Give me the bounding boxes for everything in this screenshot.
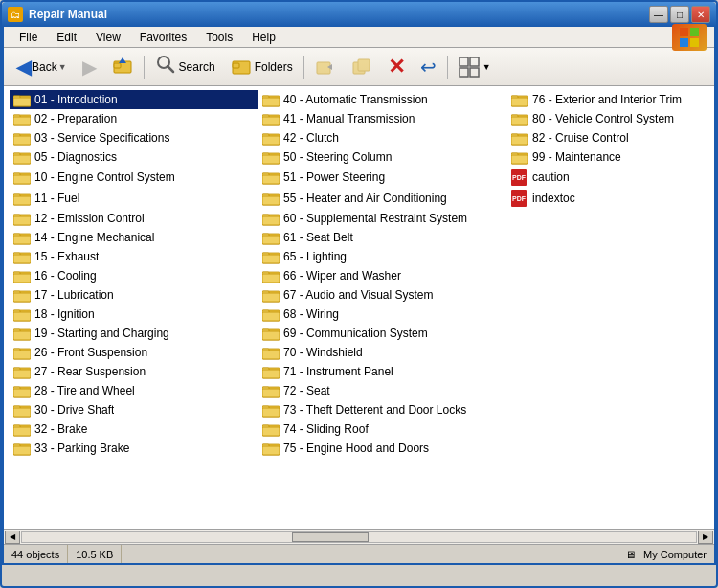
list-item[interactable]	[507, 305, 714, 324]
scroll-left-button[interactable]: ◀	[5, 531, 20, 544]
list-item[interactable]: 61 - Seat Belt	[258, 228, 507, 247]
minimize-button[interactable]: —	[649, 6, 668, 23]
menu-help[interactable]: Help	[244, 29, 283, 46]
list-item[interactable]: 41 - Manual Transmission	[258, 109, 507, 128]
scroll-right-button[interactable]: ▶	[698, 531, 713, 544]
list-item[interactable]: 73 - Theft Detterent and Door Locks	[258, 400, 507, 419]
window-body: File Edit View Favorites Tools Help ◀ Ba…	[2, 27, 716, 565]
list-item[interactable]	[507, 266, 714, 285]
list-item[interactable]	[507, 247, 714, 266]
list-item[interactable]: 82 - Cruise Control	[507, 128, 714, 147]
list-item[interactable]	[507, 285, 714, 305]
file-label: 41 - Manual Transmission	[283, 112, 415, 125]
svg-rect-15	[460, 57, 468, 66]
list-item[interactable]: 65 - Lighting	[258, 247, 507, 266]
list-item[interactable]: 80 - Vehicle Control System	[507, 109, 714, 128]
back-button[interactable]: ◀ Back ▼	[10, 52, 74, 82]
list-item[interactable]	[507, 381, 714, 400]
back-dropdown-arrow[interactable]: ▼	[58, 62, 67, 72]
undo-icon: ↩	[420, 56, 437, 79]
list-item[interactable]: 18 - Ignition	[10, 305, 258, 324]
list-item[interactable]: 74 - Sliding Roof	[258, 419, 507, 439]
list-item[interactable]: 03 - Service Specifications	[10, 128, 258, 147]
list-item[interactable]: 32 - Brake	[10, 419, 258, 439]
list-item[interactable]: 75 - Engine Hood and Doors	[258, 439, 507, 458]
list-item[interactable]: 05 - Diagnostics	[10, 147, 258, 167]
file-label: 40 - Automatic Transmission	[283, 93, 428, 106]
list-item[interactable]: 99 - Maintenance	[507, 147, 714, 167]
menu-view[interactable]: View	[88, 29, 128, 46]
search-button[interactable]: Search	[148, 52, 222, 82]
delete-button[interactable]: ✕	[381, 52, 412, 82]
pdf-icon: PDF	[511, 190, 527, 207]
views-dropdown-arrow[interactable]: ▼	[482, 62, 491, 72]
folder-icon	[13, 402, 31, 418]
list-item[interactable]: 15 - Exhaust	[10, 247, 258, 266]
list-item[interactable]: 02 - Preparation	[10, 109, 258, 128]
list-item[interactable]: 26 - Front Suspension	[10, 343, 258, 362]
list-item[interactable]: 76 - Exterior and Interior Trim	[507, 90, 714, 109]
list-item[interactable]	[507, 362, 714, 381]
list-item[interactable]: 72 - Seat	[258, 381, 507, 400]
list-item[interactable]	[507, 228, 714, 247]
list-item[interactable]: 40 - Automatic Transmission	[258, 90, 507, 109]
menu-favorites[interactable]: Favorites	[132, 29, 194, 46]
menu-edit[interactable]: Edit	[49, 29, 84, 46]
list-item[interactable]: 66 - Wiper and Washer	[258, 266, 507, 285]
list-item[interactable]: 55 - Heater and Air Conditioning	[258, 188, 507, 209]
list-item[interactable]: 10 - Engine Control System	[10, 167, 258, 188]
list-item[interactable]: 42 - Clutch	[258, 128, 507, 147]
folders-button[interactable]: Folders	[224, 52, 300, 82]
maximize-button[interactable]: □	[670, 6, 689, 23]
list-item[interactable]: 17 - Lubrication	[10, 285, 258, 305]
list-item[interactable]: 28 - Tire and Wheel	[10, 381, 258, 400]
list-item[interactable]: PDFindextoc	[507, 188, 714, 209]
file-label: 30 - Drive Shaft	[34, 403, 114, 417]
toolbar: ◀ Back ▼ ▶	[4, 48, 714, 86]
list-item[interactable]: 11 - Fuel	[10, 188, 258, 209]
list-item[interactable]	[507, 400, 714, 419]
list-item[interactable]: 01 - Introduction	[10, 90, 258, 109]
list-item[interactable]: 19 - Starting and Charging	[10, 324, 258, 343]
list-item[interactable]: 12 - Emission Control	[10, 209, 258, 228]
close-button[interactable]: ✕	[691, 6, 710, 23]
content-area[interactable]: 01 - Introduction 40 - Automatic Transmi…	[4, 86, 714, 529]
list-item[interactable]: 33 - Parking Brake	[10, 439, 258, 458]
list-item[interactable]: 50 - Steering Column	[258, 147, 507, 167]
list-item[interactable]: 71 - Instrument Panel	[258, 362, 507, 381]
views-button[interactable]: ▼	[452, 52, 498, 82]
folder-icon	[13, 111, 31, 126]
list-item[interactable]: 60 - Supplemental Restraint System	[258, 209, 507, 228]
list-item[interactable]: 68 - Wiring	[258, 305, 507, 324]
up-button[interactable]	[105, 52, 140, 82]
undo-button[interactable]: ↩	[414, 52, 443, 82]
svg-rect-48	[13, 155, 31, 164]
folder-icon	[262, 326, 280, 341]
list-item[interactable]: 69 - Communication System	[258, 324, 507, 343]
list-item[interactable]: 27 - Rear Suspension	[10, 362, 258, 381]
forward-button[interactable]: ▶	[76, 52, 103, 82]
list-item[interactable]	[507, 343, 714, 362]
list-item[interactable]: 30 - Drive Shaft	[10, 400, 258, 419]
list-item[interactable]: 67 - Audio and Visual System	[258, 285, 507, 305]
list-item[interactable]	[507, 439, 714, 458]
svg-rect-132	[262, 408, 280, 417]
svg-rect-69	[13, 216, 31, 225]
svg-rect-36	[511, 117, 528, 125]
horizontal-scrollbar[interactable]: ◀ ▶	[4, 529, 714, 544]
list-item[interactable]	[507, 419, 714, 439]
list-item[interactable]: 51 - Power Steering	[258, 167, 507, 188]
list-item[interactable]: 14 - Engine Mechanical	[10, 228, 258, 247]
list-item[interactable]: 16 - Cooling	[10, 266, 258, 285]
scroll-track[interactable]	[21, 531, 697, 543]
menu-file[interactable]: File	[11, 29, 45, 46]
copy-button[interactable]	[345, 52, 379, 82]
scroll-thumb[interactable]	[292, 532, 369, 542]
move-button[interactable]	[308, 52, 343, 82]
list-item[interactable]	[507, 209, 714, 228]
list-item[interactable]	[507, 324, 714, 343]
list-item[interactable]: 70 - Windshield	[258, 343, 507, 362]
menu-tools[interactable]: Tools	[198, 29, 240, 46]
file-label: 80 - Vehicle Control System	[532, 112, 674, 125]
list-item[interactable]: PDFcaution	[507, 167, 714, 188]
